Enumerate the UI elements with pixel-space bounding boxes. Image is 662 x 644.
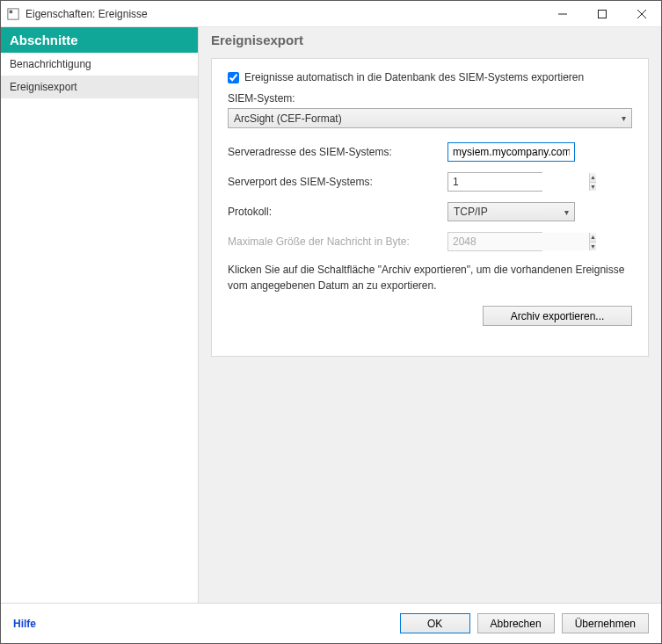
arrow-down-icon[interactable]: ▼ [590, 183, 596, 192]
content-wrap: Ereignisse automatisch in die Datenbank … [199, 53, 661, 603]
siem-system-select[interactable]: ArcSight (CEF-Format) ▾ [228, 108, 632, 128]
ok-button[interactable]: OK [400, 613, 470, 633]
footer: Hilfe OK Abbrechen Übernehmen [1, 603, 661, 643]
help-link[interactable]: Hilfe [13, 618, 36, 630]
arrow-up-icon: ▲ [590, 233, 596, 242]
apply-button[interactable]: Übernehmen [562, 613, 649, 633]
archive-hint: Klicken Sie auf die Schaltfläche "Archiv… [228, 262, 632, 293]
sidebar-header: Abschnitte [1, 27, 198, 53]
siem-system-value: ArcSight (CEF-Format) [234, 112, 342, 125]
window: Eigenschaften: Ereignisse Abschnitte Ben… [0, 0, 662, 644]
main-header: Ereignisexport [199, 27, 661, 53]
archive-export-button[interactable]: Archiv exportieren... [483, 306, 632, 326]
auto-export-label: Ereignisse automatisch in die Datenbank … [244, 71, 584, 83]
maxsize-input [448, 233, 589, 250]
maximize-button[interactable] [582, 1, 622, 26]
svg-rect-1 [10, 10, 13, 13]
form-grid: Serveradresse des SIEM-Systems: Serverpo… [228, 142, 632, 251]
sidebar: Abschnitte Benachrichtigung Ereignisexpo… [1, 27, 199, 603]
chevron-down-icon: ▾ [622, 113, 626, 123]
close-button[interactable] [622, 1, 661, 26]
server-address-input[interactable] [447, 142, 575, 162]
protocol-value: TCP/IP [454, 206, 488, 218]
cancel-button[interactable]: Abbrechen [477, 613, 555, 633]
server-port-input[interactable] [448, 173, 589, 191]
arrow-down-icon: ▼ [590, 242, 596, 251]
sidebar-item-ereignisexport[interactable]: Ereignisexport [1, 76, 198, 98]
sidebar-item-benachrichtigung[interactable]: Benachrichtigung [1, 53, 198, 76]
dialog-body: Abschnitte Benachrichtigung Ereignisexpo… [1, 27, 661, 603]
server-port-label: Serverport des SIEM-Systems: [228, 176, 447, 188]
auto-export-checkbox[interactable] [228, 72, 239, 83]
window-controls [542, 1, 661, 26]
arrow-up-icon[interactable]: ▲ [590, 173, 596, 183]
protocol-label: Protokoll: [228, 206, 447, 218]
chevron-down-icon: ▾ [564, 207, 569, 217]
content-box: Ereignisse automatisch in die Datenbank … [211, 58, 649, 357]
titlebar: Eigenschaften: Ereignisse [1, 1, 661, 27]
minimize-button[interactable] [542, 1, 582, 26]
app-icon [6, 7, 20, 21]
svg-rect-3 [598, 10, 606, 18]
main-panel: Ereignisexport Ereignisse automatisch in… [199, 27, 661, 603]
server-address-label: Serveradresse des SIEM-Systems: [228, 146, 447, 158]
maxsize-label: Maximale Größe der Nachricht in Byte: [228, 235, 447, 248]
siem-system-label: SIEM-System: [228, 92, 632, 105]
auto-export-checkbox-row[interactable]: Ereignisse automatisch in die Datenbank … [228, 71, 632, 83]
maxsize-spinner: ▲ ▼ [447, 232, 542, 251]
window-title: Eigenschaften: Ereignisse [25, 8, 542, 20]
protocol-select[interactable]: TCP/IP ▾ [447, 202, 575, 221]
server-port-spinner[interactable]: ▲ ▼ [447, 172, 542, 192]
